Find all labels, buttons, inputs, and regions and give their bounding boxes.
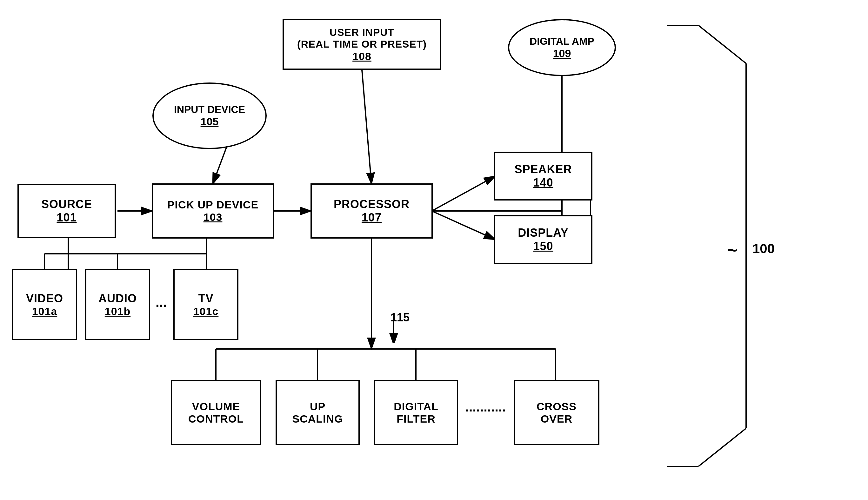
svg-line-7 — [432, 176, 495, 211]
source-ref: 101 — [56, 211, 77, 224]
speaker-box: SPEAKER 140 — [494, 152, 592, 201]
audio-label: AUDIO — [98, 292, 137, 305]
user-input-ref: 108 — [353, 50, 371, 62]
user-input-box: USER INPUT (REAL TIME OR PRESET) 108 — [282, 19, 441, 70]
dots-bottom-label: ··········· — [465, 403, 506, 418]
digital-amp-label: DIGITAL AMP — [530, 35, 594, 47]
processor-box: PROCESSOR 107 — [311, 183, 433, 239]
cross-over-label: CROSS OVER — [536, 400, 577, 425]
ref-115-arrow — [381, 317, 407, 343]
up-scaling-label: UP SCALING — [292, 400, 343, 425]
video-box: VIDEO 101a — [12, 269, 77, 340]
video-ref: 101a — [32, 305, 57, 318]
user-input-label: USER INPUT (REAL TIME OR PRESET) — [297, 27, 427, 50]
tv-box: TV 101c — [173, 269, 238, 340]
svg-line-26 — [699, 25, 746, 64]
digital-filter-box: DIGITAL FILTER — [374, 380, 458, 445]
svg-line-2 — [362, 70, 371, 184]
audio-ref: 101b — [105, 305, 131, 318]
diagram: USER INPUT (REAL TIME OR PRESET) 108 DIG… — [0, 0, 868, 500]
tv-label: TV — [198, 292, 213, 305]
digital-amp-ref: 109 — [553, 47, 571, 60]
digital-amp-ellipse: DIGITAL AMP 109 — [508, 19, 616, 76]
display-label: DISPLAY — [518, 226, 569, 240]
speaker-ref: 140 — [533, 176, 553, 190]
dots-label: ··· — [156, 298, 167, 314]
volume-control-label: VOLUME CONTROL — [188, 400, 244, 425]
processor-label: PROCESSOR — [334, 198, 410, 211]
input-device-ellipse: INPUT DEVICE 105 — [152, 82, 267, 149]
digital-filter-label: DIGITAL FILTER — [394, 400, 438, 425]
display-ref: 150 — [533, 240, 553, 253]
audio-box: AUDIO 101b — [85, 269, 150, 340]
pickup-device-ref: 103 — [203, 211, 223, 223]
ref-100-label: 100 — [753, 241, 775, 256]
input-device-ref: 105 — [201, 115, 219, 128]
tv-ref: 101c — [193, 305, 219, 318]
svg-line-28 — [699, 428, 746, 466]
up-scaling-box: UP SCALING — [276, 380, 360, 445]
tilde-100: ~ — [727, 240, 737, 260]
source-label: SOURCE — [41, 198, 92, 211]
cross-over-box: CROSS OVER — [514, 380, 599, 445]
svg-line-8 — [432, 211, 495, 240]
speaker-label: SPEAKER — [514, 163, 572, 176]
display-box: DISPLAY 150 — [494, 215, 592, 264]
processor-ref: 107 — [361, 211, 382, 224]
source-box: SOURCE 101 — [18, 184, 116, 238]
input-device-label: INPUT DEVICE — [174, 104, 245, 115]
volume-control-box: VOLUME CONTROL — [171, 380, 261, 445]
video-label: VIDEO — [26, 292, 63, 305]
pickup-device-box: PICK UP DEVICE 103 — [152, 183, 274, 239]
pickup-device-label: PICK UP DEVICE — [167, 198, 258, 211]
